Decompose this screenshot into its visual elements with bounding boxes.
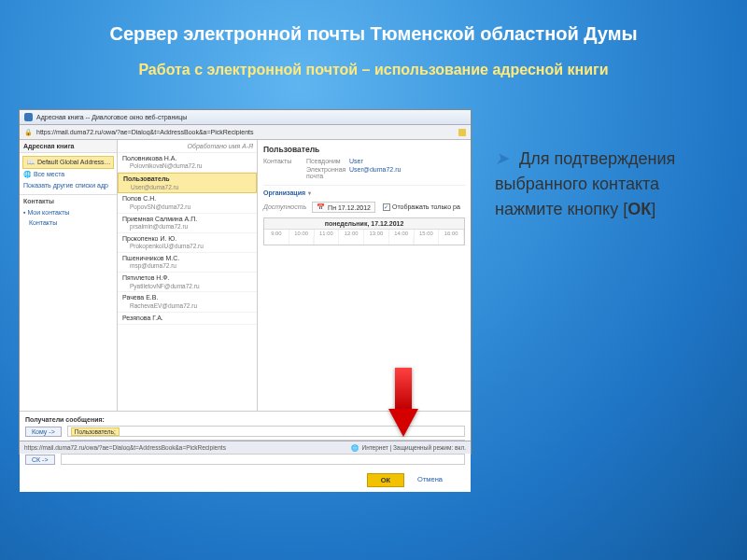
lock-icon: 🔒 (24, 129, 33, 136)
list-item[interactable]: Прокопенко И. Ю.ProkopenkoIU@duma72.ru (118, 233, 257, 253)
org-toggle[interactable]: Организация ▾ (263, 189, 465, 196)
sidebar-my-contacts[interactable]: ▪ Мои контакты (20, 207, 117, 217)
availability-label: Доступность (263, 203, 306, 210)
calendar-icon: 📅 (317, 203, 325, 211)
list-item[interactable]: Половникова Н.А.PolovnikovaN@duma72.ru (118, 153, 257, 173)
email-label: Электронная почта (306, 166, 344, 179)
sidebar-contacts[interactable]: Контакты (20, 217, 117, 228)
sidebar-all-places[interactable]: 🌐 Все места (20, 169, 117, 180)
list-item-selected[interactable]: ПользовательUser@duma72.ru (118, 173, 257, 193)
page-title: Сервер электронной почты Тюменской облас… (19, 23, 728, 45)
pseudonym-label: Псевдоним (306, 158, 344, 164)
list-item[interactable]: Пшеничников М.С.msp@duma72.ru (118, 253, 257, 273)
bcc-field[interactable] (61, 454, 466, 465)
chevron-down-icon: ▾ (308, 189, 311, 196)
window-icon (24, 113, 33, 121)
contacts-label: Контакты (263, 158, 301, 164)
dialog-screenshot: Адресная книга -- Диалоговое окно веб-ст… (19, 109, 472, 455)
status-mode: Интернет | Защищенный режим: вкл. (361, 444, 466, 451)
contact-list: Обработано имя А-Я Половникова Н.А.Polov… (118, 140, 258, 411)
list-item[interactable]: Резяпова Г.А. (118, 313, 257, 325)
sidebar-heading: Адресная книга (20, 140, 117, 153)
instruction-note: Для подтверждения выбранного контакта на… (495, 109, 719, 222)
availability-calendar: понедельник, 17.12.2012 9:0010:0011:0012… (263, 217, 465, 245)
url-text: https://mail.duma72.ru/owa/?ae=Dialog&t=… (36, 129, 254, 135)
list-item[interactable]: Приемная Салмина А.П.prsalmin@duma72.ru (118, 214, 257, 233)
cancel-button[interactable]: Отмена (414, 473, 446, 487)
contact-list-header: Обработано имя А-Я (118, 140, 257, 153)
sidebar-contacts-heading: Контакты (20, 194, 117, 207)
date-picker[interactable]: 📅 Пн 17.12.2012 (312, 202, 375, 213)
status-bar: https://mail.duma72.ru/owa/?ae=Dialog&t=… (20, 441, 471, 454)
sidebar-default-list[interactable]: 📖 Default Global Address… (22, 156, 114, 169)
list-item[interactable]: Попов С.Н.PopovSN@duma72.ru (118, 193, 257, 213)
security-icon (458, 129, 466, 136)
status-url: https://mail.duma72.ru/owa/?ae=Dialog&t=… (24, 444, 226, 451)
globe-icon: 🌐 (351, 444, 359, 452)
to-button[interactable]: Кому -> (25, 427, 62, 437)
bcc-button[interactable]: СК -> (25, 455, 55, 465)
workday-checkbox[interactable]: ✓ Отображать только ра (383, 203, 460, 211)
sidebar: Адресная книга 📖 Default Global Address…… (20, 140, 118, 411)
recipient-chip[interactable]: Пользователь; (71, 427, 120, 436)
page-subtitle: Работа с электронной почтой – использова… (19, 62, 728, 78)
window-title-text: Адресная книга -- Диалоговое окно веб-ст… (36, 114, 187, 120)
detail-name: Пользователь (263, 145, 465, 154)
ok-button[interactable]: ОК (367, 473, 404, 487)
note-arrow-icon (495, 147, 509, 172)
address-bar[interactable]: 🔒 https://mail.duma72.ru/owa/?ae=Dialog&… (20, 125, 471, 140)
email-value[interactable]: User@duma72.ru (349, 166, 401, 179)
calendar-day-header: понедельник, 17.12.2012 (264, 218, 464, 229)
sidebar-other-lists[interactable]: Показать другие списки адр (20, 180, 117, 190)
list-item[interactable]: Рачева Е.В.RachevaEV@duma72.ru (118, 292, 257, 312)
window-titlebar: Адресная книга -- Диалоговое окно веб-ст… (20, 110, 471, 125)
callout-arrow-icon (388, 409, 418, 437)
pseudonym-value: User (349, 158, 363, 164)
contact-detail: Пользователь Контакты Псевдоним User Эле… (258, 140, 471, 411)
list-item[interactable]: Пятилетов Н.Ф.PyatiletovNF@duma72.ru (118, 273, 257, 292)
